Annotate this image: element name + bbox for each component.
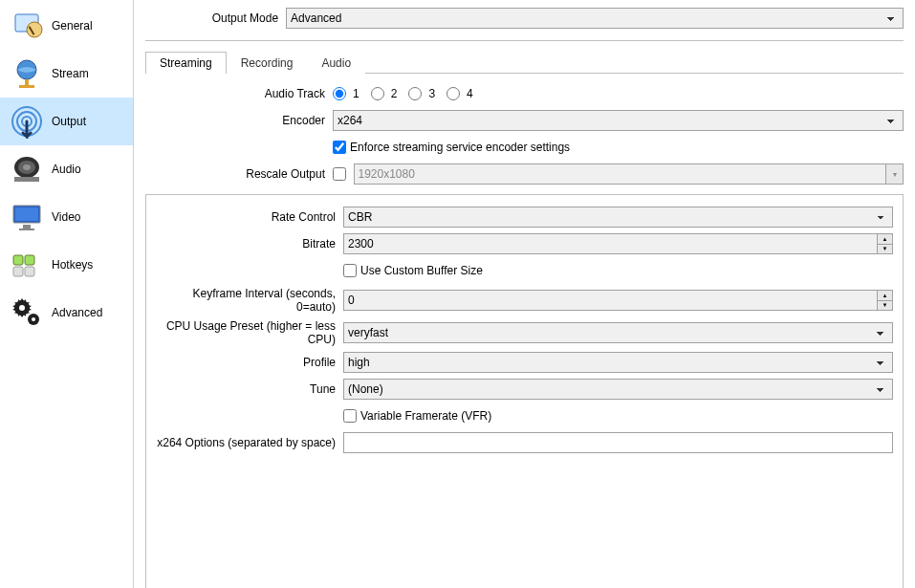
audio-track-2[interactable]: 2: [371, 87, 398, 100]
chevron-down-icon: ▾: [886, 163, 904, 185]
sidebar-item-hotkeys[interactable]: Hotkeys: [0, 241, 133, 289]
svg-rect-15: [23, 225, 31, 229]
sidebar-item-label: Video: [52, 210, 80, 224]
advanced-icon: [8, 294, 46, 332]
sidebar-item-label: Audio: [52, 163, 81, 176]
cpu-preset-select[interactable]: veryfast: [343, 322, 893, 343]
audio-track-1[interactable]: 1: [333, 87, 359, 100]
tab-streaming[interactable]: Streaming: [145, 52, 227, 74]
rate-control-select[interactable]: CBR: [343, 207, 893, 228]
custom-buffer-checkbox[interactable]: Use Custom Buffer Size: [343, 264, 483, 277]
encoder-select[interactable]: x264: [333, 110, 904, 131]
sidebar-item-label: General: [52, 19, 93, 33]
separator: [145, 40, 904, 41]
rescale-label: Rescale Output: [145, 167, 333, 181]
output-mode-select[interactable]: Advanced: [286, 8, 904, 29]
svg-rect-18: [25, 255, 34, 265]
x264-options-label: x264 Options (separated by space): [156, 436, 343, 449]
output-mode-row: Output Mode Advanced: [145, 8, 904, 29]
svg-rect-5: [19, 85, 34, 88]
sidebar-item-label: Output: [52, 115, 86, 128]
hotkeys-icon: [8, 246, 46, 284]
output-icon: [8, 102, 46, 141]
sidebar-item-audio[interactable]: Audio: [0, 145, 133, 193]
audio-track-group: 1 2 3 4: [333, 87, 904, 100]
sidebar-item-label: Hotkeys: [52, 258, 93, 272]
output-mode-label: Output Mode: [145, 11, 286, 25]
spin-down-icon[interactable]: ▼: [878, 301, 892, 311]
general-icon: [8, 7, 46, 45]
streaming-form: Audio Track 1 2 3 4 Encoder x264 Enforce…: [145, 74, 904, 588]
svg-rect-14: [15, 207, 38, 221]
x264-options-input[interactable]: [343, 432, 893, 453]
sidebar-item-label: Advanced: [52, 306, 102, 319]
svg-rect-19: [13, 267, 23, 276]
tabbar: Streaming Recording Audio: [145, 51, 904, 74]
audio-track-3[interactable]: 3: [408, 87, 435, 100]
encoder-settings-panel: Rate Control CBR Bitrate ▲▼ Use Custom B…: [145, 194, 904, 588]
main-panel: Output Mode Advanced Streaming Recording…: [134, 0, 915, 588]
bitrate-spinner[interactable]: ▲▼: [343, 233, 893, 254]
audio-track-label: Audio Track: [145, 87, 333, 100]
svg-point-22: [19, 305, 25, 311]
sidebar-item-video[interactable]: Video: [0, 193, 133, 241]
svg-rect-17: [13, 255, 23, 265]
keyframe-label: Keyframe Interval (seconds, 0=auto): [156, 287, 343, 314]
audio-track-4[interactable]: 4: [447, 87, 473, 100]
rate-control-label: Rate Control: [156, 210, 343, 224]
spin-up-icon[interactable]: ▲: [878, 291, 892, 301]
svg-point-24: [32, 317, 35, 321]
bitrate-label: Bitrate: [156, 237, 343, 250]
rescale-combo[interactable]: ▾: [354, 163, 904, 185]
rescale-checkbox[interactable]: [333, 167, 346, 181]
spin-down-icon[interactable]: ▼: [878, 245, 892, 254]
svg-point-11: [23, 164, 31, 170]
svg-rect-12: [14, 177, 39, 182]
svg-rect-4: [25, 79, 29, 85]
encoder-label: Encoder: [145, 114, 333, 127]
cpu-preset-label: CPU Usage Preset (higher = less CPU): [156, 319, 343, 346]
sidebar-item-output[interactable]: Output: [0, 98, 133, 145]
tab-audio[interactable]: Audio: [307, 52, 365, 74]
profile-select[interactable]: high: [343, 352, 893, 373]
tune-select[interactable]: (None): [343, 379, 893, 400]
settings-sidebar: General Stream Output Audio Video Hotkey…: [0, 0, 134, 588]
tune-label: Tune: [156, 382, 343, 396]
sidebar-item-label: Stream: [52, 67, 89, 80]
sidebar-item-advanced[interactable]: Advanced: [0, 289, 133, 337]
vfr-checkbox[interactable]: Variable Framerate (VFR): [343, 409, 491, 423]
spin-up-icon[interactable]: ▲: [878, 234, 892, 245]
svg-rect-20: [25, 267, 34, 276]
enforce-checkbox[interactable]: Enforce streaming service encoder settin…: [333, 141, 570, 154]
sidebar-item-general[interactable]: General: [0, 2, 133, 50]
sidebar-item-stream[interactable]: Stream: [0, 50, 133, 98]
keyframe-spinner[interactable]: ▲▼: [343, 290, 893, 311]
svg-rect-16: [19, 229, 34, 230]
tab-recording[interactable]: Recording: [227, 52, 308, 74]
video-icon: [8, 198, 46, 236]
svg-point-1: [27, 22, 42, 37]
stream-icon: [8, 54, 46, 93]
audio-icon: [8, 150, 46, 188]
profile-label: Profile: [156, 356, 343, 369]
